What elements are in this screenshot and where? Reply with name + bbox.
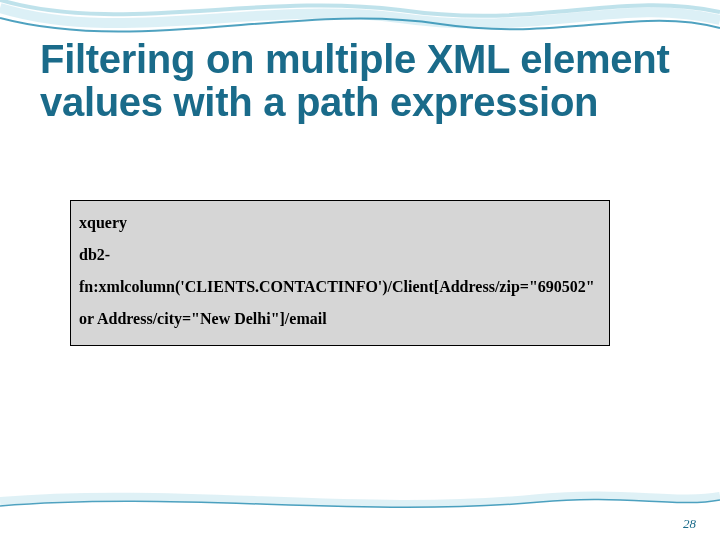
- code-box: xquery db2-fn:xmlcolumn('CLIENTS.CONTACT…: [70, 200, 610, 346]
- slide: Filtering on multiple XML element values…: [0, 0, 720, 540]
- decorative-wave-bottom: [0, 486, 720, 516]
- slide-title: Filtering on multiple XML element values…: [40, 38, 680, 124]
- page-number: 28: [683, 516, 696, 532]
- code-line: or Address/city="New Delhi"]/email: [79, 303, 601, 335]
- code-line: db2-fn:xmlcolumn('CLIENTS.CONTACTINFO')/…: [79, 239, 601, 303]
- code-line: xquery: [79, 207, 601, 239]
